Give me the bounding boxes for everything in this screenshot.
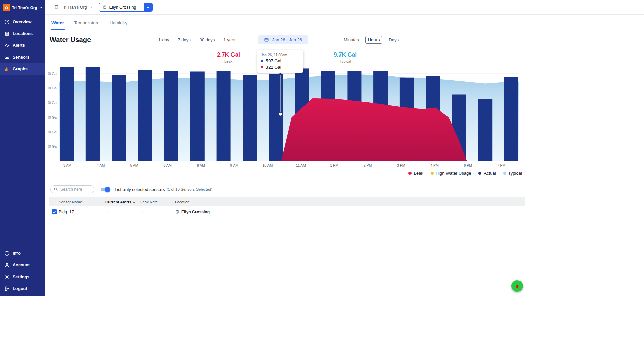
chart-tooltip: Jan 26, 11:00am 597 Gal 322 Gal (257, 50, 303, 73)
sidebar-item-label: Alerts (13, 43, 25, 48)
org-name: Tri Tran's Org (12, 6, 37, 10)
y-axis-tick: 200 Gal (48, 130, 57, 134)
date-range-button[interactable]: Jan 26 - Jan 26 (258, 35, 308, 44)
column-header-current-alerts[interactable]: Current Alerts (105, 200, 140, 204)
actual-bar[interactable] (217, 71, 231, 161)
actual-bar[interactable] (112, 75, 126, 161)
legend-dot-icon (408, 172, 412, 175)
column-header-location[interactable]: Location (175, 200, 525, 204)
tab-water[interactable]: Water (51, 20, 65, 30)
tooltip-leak-row: 322 Gal (261, 65, 299, 70)
chart-legend: LeakHigh Water UsageActualTypical (45, 171, 522, 176)
search-box (50, 185, 94, 193)
legend-dot-icon (431, 172, 434, 175)
date-range-value: Jan 26 - Jan 26 (272, 37, 302, 42)
sidebar-item-graphs[interactable]: Graphs (0, 63, 45, 75)
legend-item-leak: Leak (408, 171, 423, 176)
toggle-label: List only selected sensors (115, 187, 165, 192)
pulse-icon (4, 43, 10, 48)
breadcrumb[interactable]: Tri Tran's Org (62, 5, 87, 10)
leak-total-stat: 2.7K Gal Leak (212, 51, 245, 63)
legend-item-typical: Typical (503, 171, 522, 176)
sidebar-item-label: Settings (13, 275, 29, 279)
tooltip-leak-value: 322 Gal (266, 65, 281, 70)
sidebar-item-settings[interactable]: Settings (0, 271, 45, 283)
typical-total-value: 9.7K Gal (328, 51, 362, 58)
toggle-knob-icon (105, 187, 110, 192)
legend-label: Leak (414, 171, 423, 176)
selected-sensors-toggle[interactable] (101, 188, 109, 191)
location-selector-value: Ellyn Crossing (99, 3, 144, 11)
leak-rate-cell: -- (140, 210, 175, 214)
actual-bar[interactable] (478, 99, 492, 161)
actual-bar[interactable] (60, 67, 74, 161)
granularity-minutes[interactable]: Minutes (343, 36, 360, 44)
table-header-row: Sensor NameCurrent AlertsLeak RateLocati… (49, 197, 525, 206)
support-fab-button[interactable] (511, 280, 523, 292)
chart-controls: Water Usage 1 day7 days30 days1 year Jan… (45, 30, 644, 49)
column-header-leak-rate[interactable]: Leak Rate (140, 200, 175, 204)
actual-bar[interactable] (190, 72, 205, 161)
y-axis-tick: 500 Gal (48, 86, 57, 90)
x-axis-tick: 7 PM (497, 163, 506, 167)
info-icon (4, 251, 10, 256)
row-checkbox[interactable] (52, 209, 57, 214)
location-selector[interactable]: Ellyn Crossing (99, 3, 153, 12)
range-1-year[interactable]: 1 year (223, 37, 236, 42)
actual-bar[interactable] (138, 70, 152, 161)
actual-bar[interactable] (86, 67, 100, 161)
actual-bar[interactable] (243, 75, 257, 161)
sidebar-item-label: Overview (13, 20, 32, 24)
sidebar-item-locations[interactable]: Locations (0, 28, 45, 39)
sidebar-nav: OverviewLocationsAlertsSensorsGraphs (0, 16, 45, 75)
granularity-options: MinutesHoursDays (343, 36, 399, 44)
tooltip-actual-value: 597 Gal (266, 58, 281, 63)
actual-dot-icon (261, 60, 263, 62)
actual-marker-dot (279, 73, 281, 75)
x-axis-tick: 6 PM (464, 163, 472, 167)
gear-icon (4, 274, 10, 280)
sidebar-item-label: Logout (13, 286, 27, 291)
legend-label: Actual (484, 171, 496, 176)
x-axis-tick: 9 AM (230, 163, 238, 167)
x-axis-tick: 11 AM (296, 163, 306, 167)
x-axis-tick: 3 PM (397, 163, 405, 167)
tab-temperature[interactable]: Temperature (73, 20, 100, 30)
location-dropdown-button[interactable] (144, 3, 152, 11)
sidebar-item-account[interactable]: Account (0, 259, 45, 271)
metric-tabs: WaterTemperatureHumidity (45, 15, 644, 30)
sidebar-item-info[interactable]: Info (0, 247, 45, 259)
sidebar-item-sensors[interactable]: Sensors (0, 51, 45, 63)
tab-humidity[interactable]: Humidity (109, 20, 128, 30)
chevron-down-icon (146, 5, 150, 9)
typical-total-stat: 9.7K Gal Typical (328, 51, 362, 63)
water-usage-chart[interactable]: 100 Gal200 Gal300 Gal400 Gal500 Gal600 G… (48, 65, 520, 167)
actual-bar[interactable] (164, 71, 178, 161)
chevron-down-icon (39, 6, 43, 10)
sidebar-item-overview[interactable]: Overview (0, 16, 45, 28)
row-checkbox-cell (49, 209, 59, 214)
app-root: Tri Tran's Org OverviewLocationsAlertsSe… (0, 0, 644, 296)
leak-dot-icon (261, 66, 263, 68)
leak-total-value: 2.7K Gal (212, 51, 245, 58)
granularity-hours[interactable]: Hours (365, 36, 383, 44)
table-row[interactable]: Bldg. 17----Ellyn Crossing (49, 206, 525, 218)
range-30-days[interactable]: 30 days (200, 37, 215, 42)
y-axis-tick: 600 Gal (48, 72, 57, 76)
column-header-sensor-name[interactable]: Sensor Name (59, 200, 105, 204)
org-switcher[interactable]: Tri Tran's Org (0, 0, 45, 15)
x-axis-tick: 1 PM (330, 163, 339, 167)
actual-bar[interactable] (269, 74, 283, 161)
calendar-icon (264, 37, 269, 42)
location-cell: Ellyn Crossing (175, 210, 525, 214)
granularity-days[interactable]: Days (388, 36, 399, 44)
range-1-day[interactable]: 1 day (158, 37, 169, 42)
sidebar-item-alerts[interactable]: Alerts (0, 39, 45, 51)
range-7-days[interactable]: 7 days (178, 37, 190, 42)
x-axis-tick: 4 PM (430, 163, 439, 167)
sidebar-item-label: Graphs (13, 67, 28, 71)
sidebar-item-logout[interactable]: Logout (0, 283, 45, 294)
sidebar-item-label: Account (13, 263, 30, 267)
actual-bar[interactable] (504, 77, 518, 161)
sensor-name-cell: Bldg. 17 (59, 210, 105, 214)
